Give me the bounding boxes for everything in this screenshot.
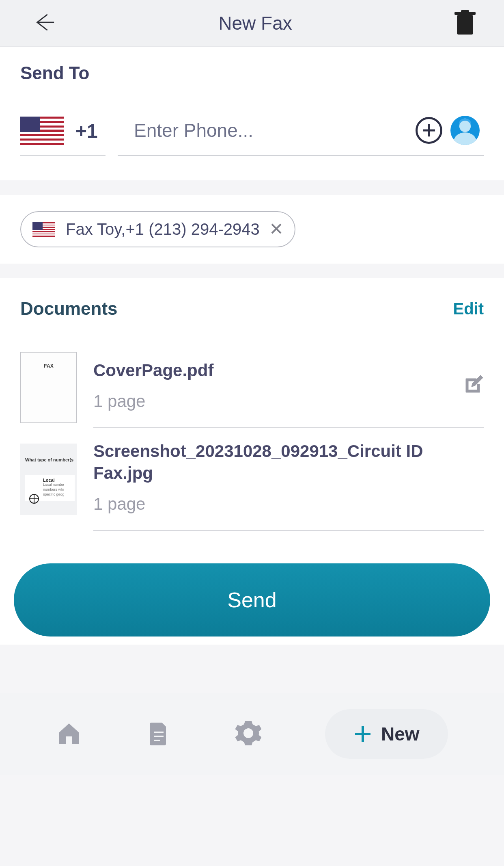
divider	[0, 180, 504, 195]
plus-icon	[353, 725, 372, 743]
recipient-chip-bar: Fax Toy,+1 (213) 294-2943	[0, 195, 504, 264]
bottom-nav: New	[0, 693, 504, 775]
phone-input-row: +1	[20, 116, 484, 156]
phone-input[interactable]	[118, 119, 416, 141]
us-flag-icon	[20, 117, 64, 145]
close-icon	[270, 223, 282, 235]
trash-icon	[454, 10, 476, 35]
svg-rect-3	[154, 732, 164, 733]
document-name: CoverPage.pdf	[93, 359, 213, 382]
document-name: Screenshot_20231028_092913_Circuit ID Fa…	[93, 440, 434, 485]
gear-icon	[235, 720, 261, 746]
home-icon	[56, 720, 82, 746]
send-to-label: Send To	[20, 63, 484, 83]
remove-recipient-button[interactable]	[270, 223, 282, 236]
send-to-section: Send To +1	[0, 47, 504, 180]
edit-document-button[interactable]	[463, 374, 484, 396]
plus-icon	[422, 123, 436, 137]
nav-new-button[interactable]: New	[325, 709, 448, 759]
recipient-chip-text: Fax Toy,+1 (213) 294-2943	[66, 220, 260, 238]
document-thumbnail: What type of number(s Local Local numbe …	[20, 444, 77, 515]
edit-documents-button[interactable]: Edit	[453, 300, 484, 318]
nav-documents-button[interactable]	[146, 720, 172, 748]
us-flag-icon	[32, 222, 55, 237]
svg-rect-0	[457, 15, 473, 35]
nav-settings-button[interactable]	[235, 720, 261, 748]
document-row[interactable]: What type of number(s Local Local numbe …	[20, 428, 484, 531]
pencil-square-icon	[463, 374, 484, 395]
header: New Fax	[0, 0, 504, 47]
document-icon	[146, 720, 172, 746]
svg-rect-5	[154, 740, 160, 741]
phone-input-wrap	[118, 116, 484, 156]
back-button[interactable]	[32, 11, 56, 36]
documents-header: Documents Edit	[20, 299, 484, 319]
send-area: Send	[0, 531, 504, 693]
delete-button[interactable]	[454, 10, 476, 36]
country-code-text: +1	[75, 120, 98, 142]
documents-label: Documents	[20, 299, 118, 319]
document-pages: 1 page	[93, 494, 434, 514]
add-recipient-button[interactable]	[416, 117, 442, 144]
document-pages: 1 page	[93, 392, 213, 411]
document-row[interactable]: FAX CoverPage.pdf 1 page	[20, 347, 484, 428]
svg-rect-2	[461, 10, 469, 13]
page-title: New Fax	[218, 12, 292, 34]
divider	[0, 264, 504, 278]
document-thumbnail: FAX	[20, 352, 77, 423]
nav-new-label: New	[381, 723, 420, 745]
documents-section: Documents Edit FAX CoverPage.pdf 1 page …	[0, 278, 504, 531]
recipient-chip[interactable]: Fax Toy,+1 (213) 294-2943	[20, 211, 295, 247]
arrow-left-icon	[32, 11, 56, 34]
nav-home-button[interactable]	[56, 720, 82, 748]
svg-rect-4	[154, 736, 164, 737]
contacts-button[interactable]	[450, 116, 480, 145]
country-code-picker[interactable]: +1	[20, 117, 106, 156]
send-button[interactable]: Send	[14, 563, 490, 637]
